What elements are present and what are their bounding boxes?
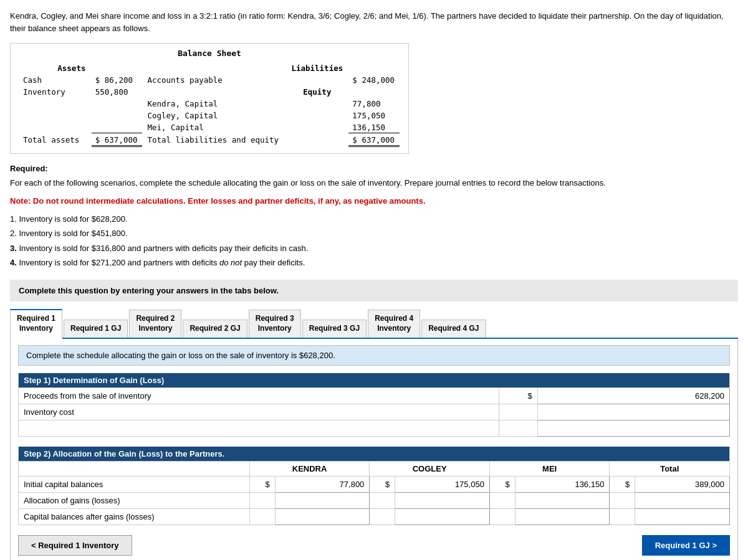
kendra-after-field[interactable] [280, 512, 365, 521]
total-allocation-field[interactable] [640, 496, 724, 505]
balance-sheet: Balance Sheet Assets Liabilities Cash $ … [10, 43, 409, 154]
mei-dollar-2 [489, 492, 515, 508]
tab-req3-inventory[interactable]: Required 3Inventory [249, 310, 301, 337]
total-after-field[interactable] [640, 512, 724, 521]
balance-sheet-table: Assets Liabilities Cash $ 86,200 Account… [18, 62, 401, 148]
cogley-dollar-1: $ [370, 476, 395, 492]
kendra-dollar-1: $ [249, 476, 275, 492]
total-dollar-2 [610, 492, 635, 508]
inventory-cost-row[interactable]: Inventory cost [19, 404, 730, 420]
required-label: Required: [10, 164, 738, 173]
kendra-after-input[interactable] [275, 508, 370, 524]
scenario-2: 2. Inventory is sold for $451,800. [10, 226, 738, 240]
mei-allocation-field[interactable] [520, 496, 605, 505]
mei-dollar-1: $ [489, 476, 515, 492]
kendra-capital-label: Kendra, Capital [143, 98, 285, 109]
scenario-1: 1. Inventory is sold for $628,200. [10, 212, 738, 226]
inventory-cost-field[interactable] [543, 407, 724, 417]
next-button[interactable]: Required 1 GJ > [642, 535, 730, 556]
tab-content-area: Complete the schedule allocating the gai… [10, 339, 738, 560]
initial-capital-label: Initial capital balances [19, 476, 250, 492]
assets-header: Assets [19, 63, 90, 74]
mei-capital-value: 136,150 [348, 122, 400, 133]
kendra-allocation-field[interactable] [280, 496, 365, 505]
total-liabilities-value: $ 637,000 [348, 135, 400, 147]
kendra-dollar-2 [249, 492, 275, 508]
cash-value: $ 86,200 [92, 75, 143, 85]
total-assets-label: Total assets [19, 135, 90, 147]
blank-field[interactable] [543, 424, 724, 433]
mei-col-header: MEI [489, 461, 610, 476]
total-initial-value: 389,000 [635, 476, 730, 492]
inventory-cost-dollar [499, 404, 537, 420]
scenario-4: 4. Inventory is sold for $271,200 and pa… [10, 255, 738, 270]
step1-header: Step 1) Determination of Gain (Loss) [19, 373, 730, 388]
blank-label [19, 420, 499, 436]
required-section: Required: For each of the following scen… [10, 164, 738, 270]
intro-text: Kendra, Cogley, and Mei share income and… [10, 10, 738, 34]
proceeds-label: Proceeds from the sale of inventory [19, 387, 499, 404]
cogley-capital-label: Cogley, Capital [143, 110, 285, 121]
scenario-3: 3. Inventory is sold for $316,800 and pa… [10, 241, 738, 255]
mei-initial-value: 136,150 [515, 476, 610, 492]
equity-label: Equity [287, 87, 347, 97]
inventory-label: Inventory [19, 87, 90, 97]
balance-sheet-title: Balance Sheet [18, 49, 401, 58]
blank-dollar [499, 420, 537, 436]
kendra-capital-value: 77,800 [348, 98, 400, 109]
accounts-payable-label: Accounts payable [143, 75, 285, 85]
inventory-cost-input[interactable] [537, 404, 729, 420]
scenarios-list: 1. Inventory is sold for $628,200. 2. In… [10, 212, 738, 270]
prev-button[interactable]: < Required 1 Inventory [18, 535, 132, 556]
mei-after-field[interactable] [520, 512, 605, 521]
question-box: Complete this question by entering your … [10, 280, 738, 301]
cogley-allocation-field[interactable] [400, 496, 484, 505]
tab-req4-gj[interactable]: Required 4 GJ [421, 320, 486, 338]
step1-table: Step 1) Determination of Gain (Loss) Pro… [18, 373, 730, 437]
mei-dollar-3 [489, 508, 515, 524]
inventory-cost-label: Inventory cost [19, 404, 499, 420]
cogley-dollar-2 [370, 492, 395, 508]
step2-table: Step 2) Allocation of the Gain (Loss) to… [18, 447, 730, 525]
mei-after-input[interactable] [515, 508, 610, 524]
cogley-allocation-input[interactable] [395, 492, 490, 508]
step2-col-headers: KENDRA COGLEY MEI Total [19, 461, 730, 476]
kendra-allocation-input[interactable] [275, 492, 370, 508]
total-after-input[interactable] [635, 508, 730, 524]
blank-row[interactable] [19, 420, 730, 436]
allocation-row[interactable]: Allocation of gains (losses) [19, 492, 730, 508]
step2-header: Step 2) Allocation of the Gain (Loss) to… [19, 447, 730, 462]
tab-req4-inventory[interactable]: Required 4Inventory [368, 310, 420, 337]
mei-allocation-input[interactable] [515, 492, 610, 508]
accounts-payable-value: $ 248,000 [348, 75, 400, 85]
tabs-container[interactable]: Required 1Inventory Required 1 GJ Requir… [10, 309, 738, 338]
cogley-after-field[interactable] [400, 512, 484, 521]
total-dollar-1: $ [610, 476, 635, 492]
step2-blank-header [19, 461, 250, 476]
note-text: Note: Do not round intermediate calculat… [10, 196, 738, 206]
content-instruction: Complete the schedule allocating the gai… [18, 345, 730, 366]
cogley-after-input[interactable] [395, 508, 490, 524]
kendra-col-header: KENDRA [249, 461, 370, 476]
cogley-initial-value: 175,050 [395, 476, 490, 492]
initial-capital-row: Initial capital balances $ 77,800 $ 175,… [19, 476, 730, 492]
capital-after-row[interactable]: Capital balances after gains (losses) [19, 508, 730, 524]
inventory-value: 550,800 [92, 87, 143, 97]
capital-after-label: Capital balances after gains (losses) [19, 508, 250, 524]
tab-req3-gj[interactable]: Required 3 GJ [302, 320, 367, 338]
tab-req2-inventory[interactable]: Required 2Inventory [129, 310, 181, 337]
tab-req1-inventory[interactable]: Required 1Inventory [10, 309, 62, 338]
cogley-col-header: COGLEY [370, 461, 490, 476]
tab-req2-gj[interactable]: Required 2 GJ [183, 320, 247, 338]
allocation-label: Allocation of gains (losses) [19, 492, 250, 508]
proceeds-dollar: $ [499, 387, 537, 404]
blank-input[interactable] [537, 420, 729, 436]
total-assets-value: $ 637,000 [92, 135, 143, 147]
tab-req1-gj[interactable]: Required 1 GJ [64, 320, 128, 338]
total-liabilities-label: Total liabilities and equity [143, 135, 285, 147]
cogley-dollar-3 [370, 508, 395, 524]
nav-buttons: < Required 1 Inventory Required 1 GJ > [18, 535, 730, 556]
total-allocation-input[interactable] [635, 492, 730, 508]
mei-capital-label: Mei, Capital [143, 122, 285, 133]
kendra-dollar-3 [249, 508, 275, 524]
